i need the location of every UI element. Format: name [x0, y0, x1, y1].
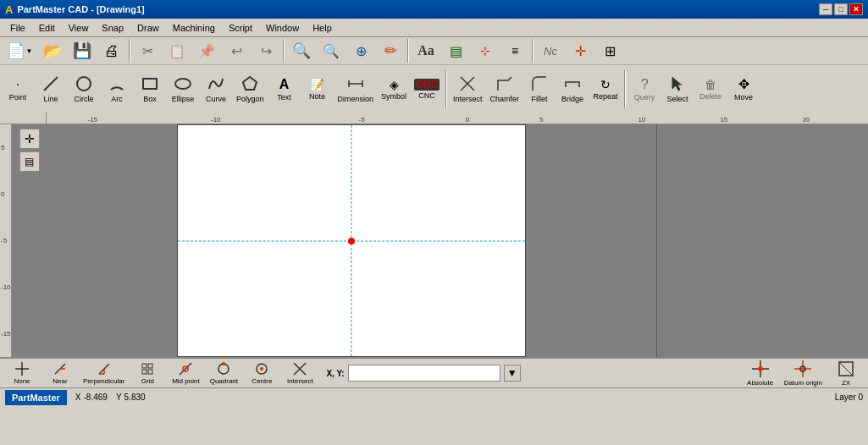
- intersect-snap-svg: [293, 362, 307, 376]
- text-button[interactable]: A Text: [268, 67, 301, 111]
- snap-near-button[interactable]: Near: [41, 360, 79, 387]
- absolute-button[interactable]: Absolute: [742, 360, 779, 387]
- arc-label: Arc: [111, 95, 123, 103]
- close-button[interactable]: ✕: [849, 3, 863, 15]
- redraw-button[interactable]: ✏: [376, 38, 405, 63]
- menu-window[interactable]: Window: [259, 21, 306, 35]
- redo-button[interactable]: ↪: [252, 38, 280, 63]
- line-button[interactable]: Line: [35, 67, 67, 111]
- zx-label: ZX: [842, 379, 850, 387]
- xy-dropdown-btn[interactable]: ▼: [504, 365, 521, 382]
- nav-tool-layers[interactable]: ▤: [19, 151, 40, 172]
- bridge-button[interactable]: Bridge: [556, 67, 589, 111]
- y-value: 5.830: [124, 393, 146, 402]
- zx-button[interactable]: ZX: [827, 360, 865, 387]
- none-svg: [15, 362, 29, 376]
- chamfer-button[interactable]: Chamfer: [487, 67, 523, 111]
- menu-script[interactable]: Script: [222, 21, 259, 35]
- curve-button[interactable]: Curve: [200, 67, 232, 111]
- snap-mid-icon: [179, 362, 192, 377]
- nav-tool-crosshair[interactable]: ✛: [19, 129, 40, 149]
- intersect-button[interactable]: Intersect: [450, 67, 486, 111]
- xy-coordinate-input[interactable]: [348, 365, 500, 382]
- select-button[interactable]: Select: [661, 67, 694, 111]
- snap-perpendicular-button[interactable]: Perpendicular: [80, 360, 128, 387]
- minimize-button[interactable]: ─: [819, 3, 832, 15]
- redo-icon: ↪: [261, 43, 272, 59]
- snap-perp-label: Perpendicular: [83, 377, 124, 385]
- abs-svg: [752, 360, 769, 377]
- line-type-button[interactable]: ⊹: [471, 38, 500, 63]
- save-button[interactable]: 💾: [68, 38, 97, 63]
- cnc-button[interactable]: CNC CNC: [411, 67, 443, 111]
- grid-setup-button[interactable]: ✛: [566, 38, 594, 63]
- circle-button[interactable]: Circle: [68, 67, 100, 111]
- snap-centre-button[interactable]: Centre: [243, 360, 280, 387]
- symbol-button[interactable]: ◈ Symbol: [378, 67, 410, 111]
- point-button[interactable]: · Point: [2, 67, 34, 111]
- ellipse-button[interactable]: Ellipse: [167, 67, 199, 111]
- snap-midpoint-button[interactable]: Mid point: [167, 360, 204, 387]
- repeat-icon: ↻: [600, 78, 611, 91]
- note-label: Note: [309, 92, 325, 101]
- fillet-button[interactable]: Fillet: [523, 67, 556, 111]
- delete-button[interactable]: 🗑 Delete: [694, 67, 727, 111]
- menu-edit[interactable]: Edit: [32, 21, 62, 35]
- chamfer-label: Chamfer: [490, 95, 520, 103]
- snap-grid-button[interactable]: Grid: [129, 360, 166, 387]
- datum-origin-button[interactable]: Datum origin: [781, 360, 826, 387]
- canvas-wrapper[interactable]: [47, 124, 656, 357]
- text-style-button[interactable]: Aa: [412, 38, 440, 63]
- menu-snap[interactable]: Snap: [95, 21, 130, 35]
- copy-button[interactable]: 📋: [163, 38, 191, 63]
- new-icon: 📄: [7, 41, 25, 60]
- grid-snap-svg: [141, 362, 154, 376]
- arc-button[interactable]: Arc: [101, 67, 133, 111]
- snap-intersect-button[interactable]: Intersect: [281, 360, 318, 387]
- open-button[interactable]: 📂: [38, 38, 67, 63]
- line-width-icon: ≡: [511, 44, 518, 58]
- nc-gallery-icon: Nc: [544, 45, 557, 58]
- grid-button[interactable]: ⊞: [595, 38, 624, 63]
- snap-grid-icon: [141, 362, 154, 377]
- title-bar-left: A PartMaster CAD - [Drawing1]: [5, 3, 145, 16]
- app-icon: A: [5, 3, 13, 16]
- menu-file[interactable]: File: [3, 21, 32, 35]
- note-button[interactable]: 📝 Note: [301, 67, 334, 111]
- cut-button[interactable]: ✂: [133, 38, 162, 63]
- query-button[interactable]: ? Query: [628, 67, 661, 111]
- line-width-button[interactable]: ≡: [500, 38, 529, 63]
- zoom-button[interactable]: 🔍: [287, 38, 316, 63]
- datum-svg: [794, 360, 811, 377]
- circle-icon: [75, 75, 92, 94]
- print-button[interactable]: 🖨: [97, 38, 126, 63]
- ellipse-icon: [174, 75, 191, 94]
- x-value: -8.469: [84, 393, 108, 402]
- snap-none-button[interactable]: None: [3, 360, 41, 387]
- zoom-view-button[interactable]: ⊕: [346, 38, 375, 63]
- repeat-button[interactable]: ↻ Repeat: [589, 67, 622, 111]
- curve-label: Curve: [206, 95, 226, 103]
- paste-button[interactable]: 📌: [192, 38, 221, 63]
- grid-setup-icon: ✛: [575, 43, 586, 59]
- menu-machining[interactable]: Machining: [166, 21, 222, 35]
- arc-svg: [108, 75, 125, 92]
- move-button[interactable]: ✥ Move: [727, 67, 760, 111]
- undo-button[interactable]: ↩: [222, 38, 251, 63]
- menu-draw[interactable]: Draw: [130, 21, 166, 35]
- polygon-button[interactable]: Polygon: [233, 67, 268, 111]
- snap-centre-label: Centre: [252, 377, 272, 385]
- box-button[interactable]: Box: [134, 67, 166, 111]
- nc-gallery-button[interactable]: Nc: [536, 38, 565, 63]
- new-button[interactable]: 📄 ▼: [2, 38, 37, 63]
- layer-button[interactable]: ▤: [441, 38, 470, 63]
- dimension-label: Dimension: [338, 95, 374, 103]
- previous-button[interactable]: 🔍: [317, 38, 346, 63]
- cnc-icon: CNC: [414, 79, 440, 91]
- menu-help[interactable]: Help: [306, 21, 339, 35]
- menu-view[interactable]: View: [62, 21, 96, 35]
- snap-quadrant-button[interactable]: Quadrant: [205, 360, 242, 387]
- snap-near-icon: [53, 362, 67, 377]
- dimension-button[interactable]: Dimension: [334, 67, 378, 111]
- maximize-button[interactable]: □: [834, 3, 848, 15]
